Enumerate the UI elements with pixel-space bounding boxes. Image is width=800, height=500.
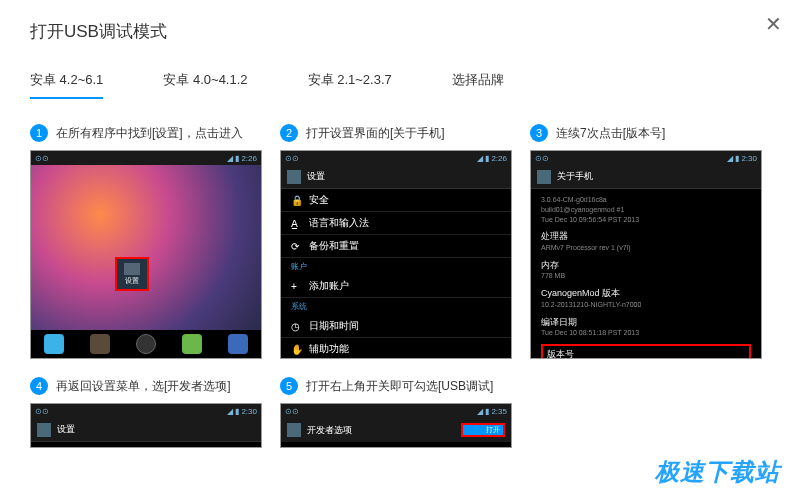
step-2: 2 打开设置界面的[关于手机] ⊙⊙◢ ▮ 2:26 设置 🔒安全 A̲语言和输… — [280, 124, 512, 359]
list-item: +添加账户 — [281, 275, 511, 298]
section-header: 账户 — [281, 258, 511, 275]
battery-icon: ▮ — [235, 154, 239, 163]
tab-android-40-412[interactable]: 安卓 4.0~4.1.2 — [163, 63, 247, 99]
list-item: 🔒安全 — [281, 189, 511, 212]
dialog-title: 打开USB调试模式 — [30, 20, 770, 43]
section-header: 系统 — [281, 298, 511, 315]
settings-icon — [287, 423, 301, 437]
browser-icon — [228, 334, 248, 354]
step-number: 1 — [30, 124, 48, 142]
step-text: 在所有程序中找到[设置]，点击进入 — [56, 125, 243, 142]
tab-bar: 安卓 4.2~6.1 安卓 4.0~4.1.2 安卓 2.1~2.3.7 选择品… — [30, 63, 770, 99]
lock-icon: 🔒 — [291, 195, 301, 205]
step-text: 打开右上角开关即可勾选[USB调试] — [306, 378, 493, 395]
tab-select-brand[interactable]: 选择品牌 — [452, 63, 504, 99]
step-text: 再返回设置菜单，选[开发者选项] — [56, 378, 231, 395]
add-icon: + — [291, 281, 301, 291]
dev-options-toggle: 打开 — [461, 423, 505, 437]
app-drawer-icon — [136, 334, 156, 354]
signal-icon: ◢ — [227, 154, 233, 163]
tab-android-21-237[interactable]: 安卓 2.1~2.3.7 — [308, 63, 392, 99]
screenshot-settings: ⊙⊙◢ ▮ 2:26 设置 🔒安全 A̲语言和输入法 ⟳备份和重置 账户 +添加… — [280, 150, 512, 359]
list-item: ⟳备份和重置 — [31, 442, 261, 448]
clock-icon: ◷ — [291, 321, 301, 331]
step-1: 1 在所有程序中找到[设置]，点击进入 ⊙⊙ ◢ ▮ 2:26 设置 — [30, 124, 262, 359]
settings-icon — [37, 423, 51, 437]
settings-icon — [537, 170, 551, 184]
step-number: 2 — [280, 124, 298, 142]
screenshot-about: ⊙⊙◢ ▮ 2:30 关于手机 3.0.64-CM-g0d16c8abuild0… — [530, 150, 762, 359]
settings-icon — [287, 170, 301, 184]
settings-app-icon: 设置 — [115, 257, 149, 291]
step-3: 3 连续7次点击[版本号] ⊙⊙◢ ▮ 2:30 关于手机 3.0.64-CM-… — [530, 124, 762, 359]
language-icon: A̲ — [291, 218, 301, 228]
screenshot-dev-options: ⊙⊙◢ ▮ 2:35 开发者选项 打开 对 SD 卡进行读写保护 — [280, 403, 512, 448]
step-5: 5 打开右上角开关即可勾选[USB调试] ⊙⊙◢ ▮ 2:35 开发者选项 打开… — [280, 377, 512, 448]
step-text: 打开设置界面的[关于手机] — [306, 125, 445, 142]
list-item: 对 SD 卡进行读写保护 — [281, 442, 511, 448]
list-item: ⟳备份和重置 — [281, 235, 511, 258]
watermark: 极速下载站 — [655, 456, 780, 488]
step-number: 5 — [280, 377, 298, 395]
hand-icon: ✋ — [291, 344, 301, 354]
list-item: A̲语言和输入法 — [281, 212, 511, 235]
contacts-icon — [90, 334, 110, 354]
build-number-item: 版本号cm_n7000-userdebug 4.3.1 JLS36I 01ad8… — [541, 344, 751, 359]
list-item: ◷日期和时间 — [281, 315, 511, 338]
step-4: 4 再返回设置菜单，选[开发者选项] ⊙⊙◢ ▮ 2:30 设置 ⟳备份和重置 — [30, 377, 262, 448]
list-item: ✋辅助功能 — [281, 338, 511, 359]
messaging-icon — [182, 334, 202, 354]
robot-icon: ⊙⊙ — [35, 154, 49, 163]
screenshot-home: ⊙⊙ ◢ ▮ 2:26 设置 — [30, 150, 262, 359]
tab-android-42-61[interactable]: 安卓 4.2~6.1 — [30, 63, 103, 99]
close-icon[interactable]: ✕ — [765, 12, 782, 36]
backup-icon: ⟳ — [291, 241, 301, 251]
step-number: 4 — [30, 377, 48, 395]
step-text: 连续7次点击[版本号] — [556, 125, 665, 142]
phone-icon — [44, 334, 64, 354]
screenshot-settings-return: ⊙⊙◢ ▮ 2:30 设置 ⟳备份和重置 — [30, 403, 262, 448]
step-number: 3 — [530, 124, 548, 142]
